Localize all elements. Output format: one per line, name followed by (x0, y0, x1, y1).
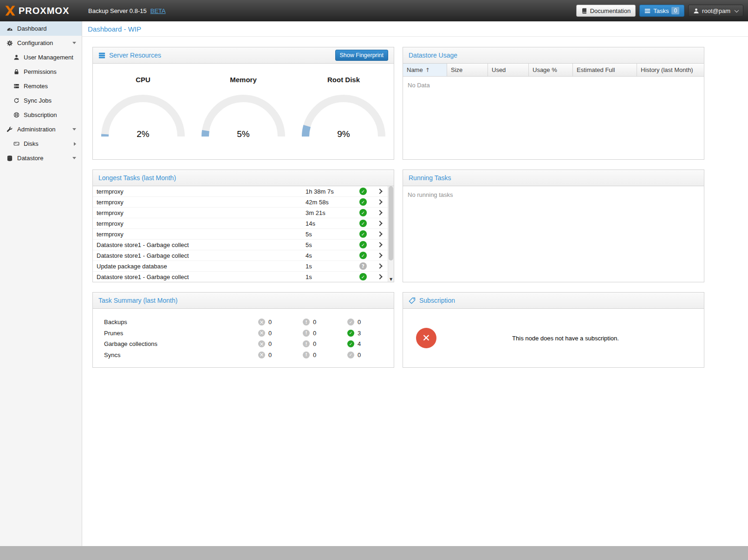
summary-row-garbage-collections[interactable]: Garbage collections 0 0 4 (104, 339, 394, 350)
sidebar-item-remotes[interactable]: Remotes (0, 79, 82, 93)
chevron-right-icon[interactable] (372, 200, 388, 204)
task-duration: 5s (306, 241, 354, 248)
sidebar-item-label: Subscription (24, 111, 57, 118)
documentation-button[interactable]: Documentation (576, 5, 636, 17)
wrench-icon (6, 126, 14, 133)
gauge-label: Memory (230, 76, 257, 84)
warning-icon (303, 340, 310, 347)
column-header-used[interactable]: Used (488, 64, 529, 76)
task-status-icon (359, 188, 367, 195)
tasks-label: Tasks (653, 7, 669, 14)
task-status-icon (359, 220, 367, 227)
gauge-label: Root Disk (327, 76, 360, 84)
chevron-right-icon[interactable] (372, 232, 388, 236)
task-row[interactable]: termproxy 14s (93, 218, 388, 229)
chevron-down-icon[interactable] (72, 42, 76, 44)
sidebar-item-datastore[interactable]: Datastore (0, 151, 82, 165)
ok-icon (347, 319, 354, 326)
task-list-icon (644, 8, 650, 14)
warning-count: 0 (313, 319, 316, 326)
life-ring-icon (12, 112, 20, 118)
chevron-down-icon[interactable] (72, 128, 76, 130)
warning-count: 0 (313, 330, 316, 337)
chevron-right-icon[interactable] (372, 254, 388, 257)
dashboard-content: Server Resources Show Fingerprint CPU (82, 37, 748, 368)
task-name: Datastore store1 - Garbage collect (97, 241, 306, 248)
brand-wordmark: PROXMOX (19, 6, 69, 16)
task-row[interactable]: termproxy 42m 58s (93, 197, 388, 208)
ok-icon (347, 330, 354, 337)
chevron-right-icon[interactable] (372, 221, 388, 225)
sort-ascending-icon: ↑ (425, 67, 430, 73)
column-header-name[interactable]: Name ↑ (403, 64, 447, 76)
task-row[interactable]: termproxy 3m 21s (93, 208, 388, 218)
summary-label: Prunes (104, 330, 258, 337)
chevron-right-icon[interactable] (372, 189, 388, 193)
task-status-icon (359, 230, 367, 238)
sidebar-item-label: User Management (24, 54, 73, 61)
summary-row-prunes[interactable]: Prunes 0 0 3 (104, 328, 394, 339)
warning-count: 0 (313, 352, 316, 358)
sidebar-item-disks[interactable]: Disks (0, 137, 82, 151)
subscription-panel: Subscription ✕ This node does not have a… (403, 292, 704, 368)
warning-icon (303, 319, 310, 326)
summary-row-backups[interactable]: Backups 0 0 0 (104, 317, 394, 328)
beta-link[interactable]: BETA (150, 7, 166, 14)
column-header-size[interactable]: Size (447, 64, 488, 76)
root-disk-gauge: Root Disk 9% (297, 76, 390, 139)
sidebar-item-label: Remotes (24, 83, 48, 90)
chevron-right-icon[interactable] (372, 243, 388, 247)
chevron-right-icon[interactable] (372, 264, 388, 268)
subscription-header: Subscription (403, 293, 704, 309)
panel-title: Running Tasks (409, 174, 451, 182)
sidebar-item-label: Administration (17, 126, 55, 133)
scrollbar[interactable]: ▼ (388, 186, 394, 282)
panel-title: Task Summary (last Month) (98, 297, 177, 304)
summary-row-syncs[interactable]: Syncs 0 0 0 (104, 350, 394, 361)
column-header-history[interactable]: History (last Month) (637, 64, 704, 76)
page-title: Dashboard - WIP (88, 25, 141, 33)
user-menu-label: root@pam (702, 7, 730, 14)
column-header-usage-pct[interactable]: Usage % (529, 64, 573, 76)
sidebar-item-user-management[interactable]: User Management (0, 50, 82, 65)
task-row[interactable]: Update package database 1s (93, 261, 388, 272)
main-area: Dashboard - WIP Server Resources Show Fi… (82, 21, 748, 546)
chevron-right-icon[interactable] (74, 142, 76, 146)
user-icon (693, 8, 699, 14)
product-version: Backup Server 0.8-15 (88, 7, 147, 14)
task-row[interactable]: Datastore store1 - Garbage collect 5s (93, 240, 388, 250)
sidebar-item-dashboard[interactable]: Dashboard (0, 21, 82, 36)
ok-count: 0 (358, 352, 361, 358)
ok-icon (347, 352, 354, 358)
ok-icon (347, 340, 354, 347)
lock-icon (12, 69, 20, 75)
chevron-down-icon[interactable] (72, 157, 76, 159)
task-row[interactable]: termproxy 5s (93, 229, 388, 240)
sidebar-item-sync-jobs[interactable]: Sync Jobs (0, 93, 82, 108)
task-row[interactable]: Datastore store1 - Garbage collect 4s (93, 250, 388, 261)
sidebar-item-configuration[interactable]: Configuration (0, 36, 82, 50)
longest-tasks-list: termproxy 1h 38m 7s termproxy 42m 58s (93, 186, 394, 282)
user-menu-button[interactable]: root@pam (688, 5, 743, 17)
chevron-right-icon[interactable] (372, 211, 388, 215)
sidebar-item-label: Sync Jobs (24, 97, 52, 104)
sidebar-item-permissions[interactable]: Permissions (0, 65, 82, 79)
sidebar-item-label: Permissions (24, 68, 57, 75)
task-status-icon (359, 241, 367, 248)
task-row[interactable]: termproxy 1h 38m 7s (93, 186, 388, 197)
tasks-button[interactable]: Tasks 0 (639, 5, 684, 17)
scroll-down-arrow[interactable]: ▼ (388, 277, 394, 281)
column-header-estimated-full[interactable]: Estimated Full (573, 64, 637, 76)
server-stack-icon (12, 83, 20, 89)
chevron-right-icon[interactable] (372, 275, 388, 279)
task-duration: 14s (306, 220, 354, 227)
sidebar-item-subscription[interactable]: Subscription (0, 108, 82, 122)
scrollbar-thumb[interactable] (389, 186, 393, 260)
task-row[interactable]: Datastore store1 - Garbage collect 1s (93, 272, 388, 282)
show-fingerprint-button[interactable]: Show Fingerprint (335, 50, 389, 61)
error-count: 0 (268, 340, 272, 347)
task-name: termproxy (97, 220, 306, 227)
sidebar-item-administration[interactable]: Administration (0, 122, 82, 137)
task-status-icon (359, 262, 367, 270)
longest-tasks-header: Longest Tasks (last Month) (93, 170, 394, 186)
